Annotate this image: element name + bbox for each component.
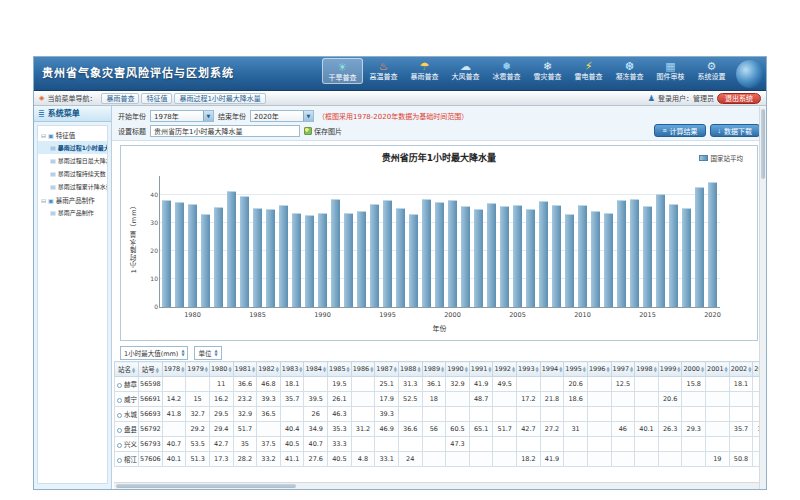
metric-label: 1小时最大值(mm) [124, 348, 178, 358]
column-header[interactable]: 2002▲▼ [729, 362, 753, 377]
column-header-label: 1998 [636, 365, 653, 373]
column-header[interactable]: 1994▲▼ [540, 362, 564, 377]
tree-item-label: 暴雨过程日最大降水量 [58, 156, 107, 165]
metric-dropdown[interactable]: 1小时最大值(mm) ▲ ▼ [120, 346, 188, 360]
column-header[interactable]: 1986▲▼ [351, 362, 375, 377]
table-row[interactable]: 威宁5669114.21516.223.239.335.739.526.117.… [115, 392, 765, 407]
column-header[interactable]: 1993▲▼ [517, 362, 541, 377]
breadcrumb-item[interactable]: 暴雨普查 [101, 93, 139, 104]
column-header[interactable]: 1998▲▼ [635, 362, 659, 377]
row-radio[interactable] [117, 383, 122, 388]
top-menu-item[interactable]: ❄雪灾普查 [527, 58, 568, 84]
unit-dropdown[interactable]: 单位 ▲ ▼ [194, 346, 221, 360]
plot-area: 0102030401980198519901995200020052010201… [159, 176, 720, 308]
cell-value [493, 407, 517, 422]
cell-value [398, 437, 422, 452]
column-header[interactable]: 1980▲▼ [209, 362, 233, 377]
column-header[interactable]: 站名▲▼ [115, 362, 139, 377]
column-header[interactable]: 2001▲▼ [706, 362, 730, 377]
document-icon: ▤ [50, 144, 56, 151]
menu-label: 雪灾普查 [527, 73, 568, 82]
x-tick-label: 2020 [704, 311, 721, 319]
tree-item[interactable]: ▤暴雨过程日最大降水量 [38, 154, 107, 167]
collapse-icon[interactable]: ⊟ [41, 197, 46, 204]
vertical-scrollbar-thumb[interactable] [761, 109, 765, 179]
save-image-button[interactable]: 保存图片 [304, 126, 342, 136]
column-header[interactable]: 1983▲▼ [280, 362, 304, 377]
cell-value: 46.3 [328, 407, 352, 422]
tree-item[interactable]: ▤暴雨产品制作 [38, 206, 107, 219]
column-header-label: 1986 [353, 365, 370, 373]
column-header[interactable]: 1995▲▼ [564, 362, 588, 377]
cell-value: 32.9 [446, 377, 470, 392]
download-button[interactable]: ↓ 数据下载 [710, 124, 761, 137]
row-radio[interactable] [117, 428, 122, 433]
app-window: 贵州省气象灾害风险评估与区划系统 ☀干旱普查♨高温普查☂暴雨普查☁大风普查❅冰雹… [33, 56, 767, 490]
breadcrumb-item[interactable]: 暴雨过程1小时最大降水量 [174, 93, 265, 104]
cell-value [611, 437, 635, 452]
row-radio[interactable] [117, 443, 122, 448]
column-header[interactable]: 1996▲▼ [587, 362, 611, 377]
top-menu-item[interactable]: ❅冰雹普查 [486, 58, 527, 84]
horizontal-scrollbar-thumb[interactable] [116, 484, 296, 488]
tree-item[interactable]: ▤暴雨过程持续天数 [38, 167, 107, 180]
column-header[interactable]: 站号▲▼ [139, 362, 163, 377]
top-menu-item[interactable]: ☀干旱普查 [322, 58, 363, 84]
table-row[interactable]: 榕江5760640.151.317.328.233.241.127.640.54… [115, 452, 765, 467]
column-header[interactable]: 1992▲▼ [493, 362, 517, 377]
top-menu-item[interactable]: ⚙系统设置 [691, 58, 732, 84]
bar-1994 [370, 204, 379, 307]
cell-value: 18.2 [517, 452, 541, 467]
column-header[interactable]: 1987▲▼ [375, 362, 399, 377]
table-row[interactable]: 盘县5679229.229.451.740.434.935.331.246.93… [115, 422, 765, 437]
vertical-scrollbar[interactable] [759, 107, 766, 489]
column-header[interactable]: 1997▲▼ [611, 362, 635, 377]
tree-group[interactable]: ⊟▣特征值 [38, 128, 107, 141]
row-radio[interactable] [117, 398, 122, 403]
top-menu-item[interactable]: ❆凝冻普查 [609, 58, 650, 84]
column-header[interactable]: 1981▲▼ [233, 362, 257, 377]
horizontal-scrollbar[interactable] [114, 482, 764, 489]
sort-icons: ▲▼ [181, 366, 184, 373]
sort-icons: ▲▼ [276, 366, 279, 373]
table-row[interactable]: 赫章565981136.646.818.119.525.131.336.132.… [115, 377, 765, 392]
station-id: 57606 [139, 452, 163, 467]
calc-button[interactable]: ≡ 计算结果 [654, 124, 705, 137]
column-header[interactable]: 1988▲▼ [398, 362, 422, 377]
row-radio[interactable] [117, 458, 122, 463]
logout-button[interactable]: 退出系统 [717, 93, 761, 104]
end-year-select[interactable]: 2020年 ▼ [250, 110, 314, 122]
bar-1983 [227, 191, 236, 307]
column-header[interactable]: 1985▲▼ [328, 362, 352, 377]
table-row[interactable]: 兴义5679340.753.542.73537.540.540.733.347.… [115, 437, 765, 452]
top-menu-item[interactable]: ☂暴雨普查 [404, 58, 445, 84]
collapse-icon[interactable]: ⊟ [41, 132, 46, 139]
top-menu-item[interactable]: ▦图件审核 [650, 58, 691, 84]
menu-label: 高温普查 [363, 73, 404, 82]
start-year-select[interactable]: 1978年 ▼ [150, 110, 214, 122]
breadcrumb-item[interactable]: 特征值 [141, 93, 172, 104]
top-menu-item[interactable]: ⚡雷电普查 [568, 58, 609, 84]
column-header[interactable]: 1990▲▼ [446, 362, 470, 377]
column-header[interactable]: 1982▲▼ [257, 362, 281, 377]
cell-value: 32.9 [233, 407, 257, 422]
hail-icon: ❅ [486, 60, 527, 73]
sort-down-icon: ▼ [394, 369, 397, 373]
column-header[interactable]: 1999▲▼ [658, 362, 682, 377]
column-header[interactable]: 1979▲▼ [186, 362, 210, 377]
tree-item[interactable]: ▤暴雨过程累计降水量 [38, 180, 107, 193]
column-header[interactable]: 1978▲▼ [162, 362, 186, 377]
cell-value [564, 407, 588, 422]
chart-title-input[interactable] [150, 125, 300, 137]
top-menu-item[interactable]: ♨高温普查 [363, 58, 404, 84]
column-header[interactable]: 1989▲▼ [422, 362, 446, 377]
tree-item[interactable]: ▤暴雨过程1小时最大降水量 [38, 141, 107, 154]
top-menu-item[interactable]: ☁大风普查 [445, 58, 486, 84]
nav-marker-icon: ◈ [39, 94, 44, 102]
row-radio[interactable] [117, 413, 122, 418]
table-row[interactable]: 水城5669341.832.729.532.936.52646.339.324.… [115, 407, 765, 422]
tree-group[interactable]: ⊟▣暴雨产品制作 [38, 193, 107, 206]
column-header[interactable]: 1991▲▼ [469, 362, 493, 377]
column-header[interactable]: 2000▲▼ [682, 362, 706, 377]
column-header[interactable]: 1984▲▼ [304, 362, 328, 377]
